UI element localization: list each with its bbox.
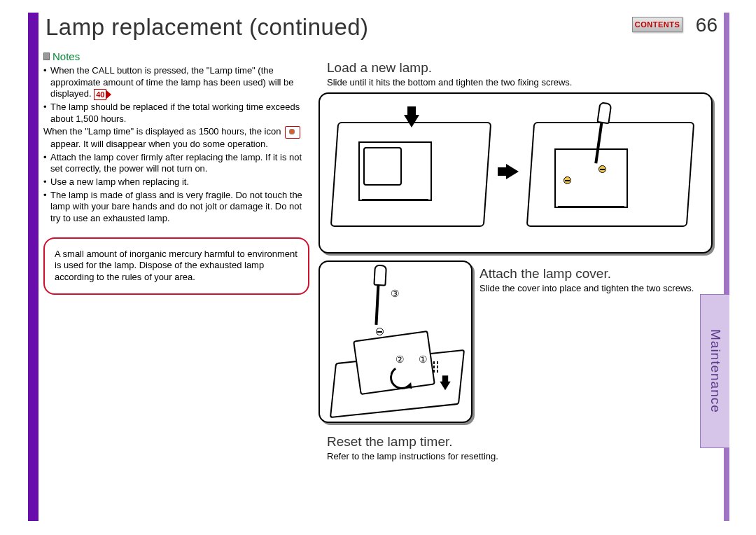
page-ref-link[interactable]: 40 [94, 89, 106, 100]
page-title-bar: Lamp replacement (continued) [28, 13, 690, 42]
note-text: Attach the lamp cover firmly after repla… [50, 152, 309, 175]
note-text: The lamp is made of glass and is very fr… [50, 190, 309, 225]
figure-load-lamp [318, 92, 713, 253]
step-desc: Refer to the lamp instructions for reset… [327, 451, 713, 462]
warning-text: A small amount of inorganic mercury harm… [55, 249, 298, 283]
right-arrow-icon [506, 164, 519, 179]
step-desc: Slide the cover into place and tighten t… [479, 283, 713, 294]
screw-icon [376, 328, 384, 335]
lamp-warning-icon [285, 126, 300, 139]
step-marker-3: ③ [388, 287, 401, 300]
step-marker-2: ② [393, 353, 406, 366]
note-text: Use a new lamp when replacing it. [50, 176, 189, 188]
note-item: • Use a new lamp when replacing it. [43, 176, 309, 188]
section-tab[interactable]: Maintenance [700, 294, 729, 448]
notes-heading: Notes [43, 50, 309, 62]
page-number: 66 [696, 14, 718, 36]
note-icon [43, 53, 50, 60]
contents-button[interactable]: CONTENTS [632, 17, 682, 32]
note-text: When the CALL button is pressed, the "La… [50, 65, 294, 99]
step-title: Reset the lamp timer. [327, 434, 713, 450]
step-marker-1: ① [416, 353, 429, 366]
down-arrow-icon [440, 382, 450, 391]
screw-icon [564, 176, 571, 184]
section-tab-label: Maintenance [708, 329, 723, 413]
notes-column: Notes • When the CALL button is pressed,… [0, 0, 318, 535]
step-title: Attach the lamp cover. [479, 266, 713, 282]
notes-list: • When the CALL button is pressed, the "… [43, 65, 309, 225]
mercury-warning-box: A small amount of inorganic mercury harm… [43, 237, 309, 296]
note-item: When the "Lamp time" is displayed as 150… [43, 126, 309, 151]
note-item: • The lamp is made of glass and is very … [43, 190, 309, 225]
note-item: • The lamp should be replaced if the tot… [43, 102, 309, 125]
notes-heading-text: Notes [52, 50, 80, 62]
title-accent-bar [28, 13, 38, 521]
steps-column: Load a new lamp. Slide until it hits the… [318, 0, 756, 535]
screw-icon [598, 165, 606, 173]
screwdriver-icon [374, 277, 380, 325]
note-item: • Attach the lamp cover firmly after rep… [43, 152, 309, 175]
note-text: The lamp should be replaced if the total… [50, 102, 309, 125]
down-arrow-icon [404, 115, 419, 127]
page-title: Lamp replacement (continued) [28, 14, 369, 41]
figure-attach-cover: ③ ② ① [318, 260, 472, 423]
step-desc: Slide until it hits the bottom and tight… [327, 77, 713, 88]
step-title: Load a new lamp. [327, 60, 713, 76]
note-item: • When the CALL button is pressed, the "… [43, 65, 309, 100]
manual-page: Lamp replacement (continued) CONTENTS 66… [0, 0, 756, 535]
